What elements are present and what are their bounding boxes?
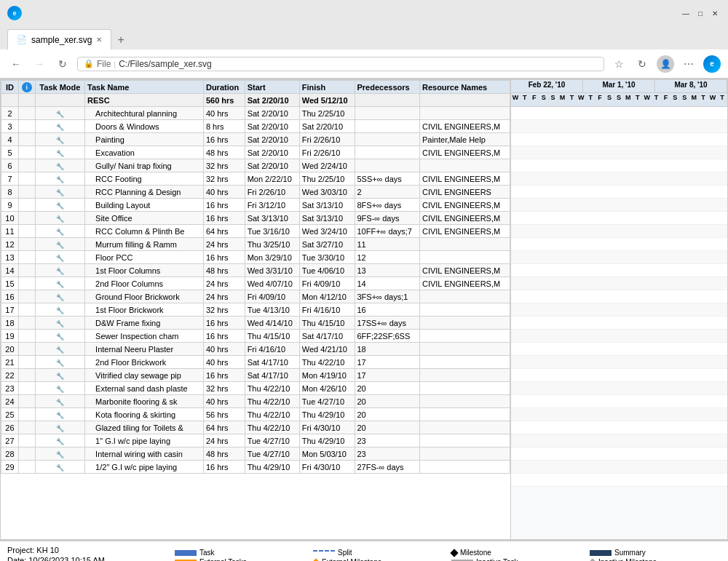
gantt-day-label: S: [549, 93, 558, 106]
col-header-info: i: [18, 81, 35, 94]
close-button[interactable]: ✕: [709, 7, 721, 19]
gantt-day-label: T: [652, 93, 662, 106]
active-tab[interactable]: 📄 sample_xer.svg ✕: [7, 29, 111, 49]
legend-milestone: Milestone: [451, 549, 582, 557]
cell-duration: 24 hrs: [203, 277, 245, 290]
cell-duration: 16 hrs: [203, 212, 245, 225]
cell-duration: 24 hrs: [203, 238, 245, 251]
table-row: 7 🔧 RCC Footing 32 hrs Mon 2/22/10 Thu 2…: [1, 172, 510, 186]
table-row: 23 🔧 External sand dash plaste 32 hrs Th…: [1, 382, 510, 395]
gantt-day-label: T: [567, 93, 577, 106]
cell-taskname: RCC Planning & Design: [85, 186, 204, 199]
cell-info: [18, 159, 35, 172]
cell-id: 24: [1, 395, 19, 408]
gantt-day-label: W: [643, 93, 652, 106]
cell-taskname: Site Office: [85, 212, 204, 225]
cell-mode: 🔧: [35, 369, 84, 382]
gantt-day-label: M: [689, 93, 699, 106]
gantt-row: [511, 317, 727, 330]
cell-id: 21: [1, 356, 19, 369]
gantt-day-label: S: [605, 93, 614, 106]
cell-duration: 24 hrs: [203, 290, 245, 303]
bookmark-icon[interactable]: ☆: [610, 55, 628, 73]
gantt-month-feb22: Feb 22, '10: [511, 80, 583, 92]
cell-id: 23: [1, 382, 19, 395]
gantt-day-label: F: [662, 93, 671, 106]
legend-external-milestone: External Milestone: [313, 558, 444, 561]
cell-resource: Painter,Male Help: [419, 133, 510, 146]
gantt-row: [511, 461, 727, 474]
cell-start: Wed 3/31/10: [245, 264, 299, 277]
address-separator: |: [114, 60, 116, 68]
cell-predecessors: [355, 94, 419, 107]
cell-predecessors: 27FS-∞ days: [355, 461, 419, 474]
cell-id: 17: [1, 303, 19, 317]
gantt-row: [511, 225, 727, 238]
gantt-day-label: F: [596, 93, 605, 106]
cell-finish: Fri 4/30/10: [299, 461, 355, 474]
gantt-day-label: M: [558, 93, 568, 106]
cell-resource: [419, 343, 510, 356]
cell-resource: [419, 238, 510, 251]
cell-mode: 🔧: [35, 251, 84, 264]
cell-id: 16: [1, 290, 19, 303]
new-tab-button[interactable]: +: [111, 31, 130, 49]
tab-close-button[interactable]: ✕: [96, 36, 102, 44]
cell-resource: [419, 290, 510, 303]
cell-resource: CIVIL ENGINEERS,M: [419, 277, 510, 290]
cell-finish: Fri 2/26/10: [299, 133, 355, 146]
cell-finish: Thu 4/29/10: [299, 434, 355, 447]
table-row: 5 🔧 Excavation 48 hrs Sat 2/20/10 Fri 2/…: [1, 146, 510, 159]
cell-taskname: Architechtural planning: [85, 107, 204, 120]
file-label: File: [97, 59, 111, 69]
nav-refresh-button[interactable]: ↻: [54, 55, 71, 73]
table-row: RESC 560 hrs Sat 2/20/10 Wed 5/12/10: [1, 94, 510, 107]
cell-taskname: 2nd Floor Brickwork: [85, 356, 204, 369]
cell-duration: 32 hrs: [203, 172, 245, 186]
gantt-header: Feb 22, '10 Mar 1, '10 Mar 8, '10 WTFSSM…: [511, 80, 727, 107]
cell-start: Sat 2/20/10: [245, 159, 299, 172]
cell-mode: 🔧: [35, 408, 84, 421]
cell-resource: [419, 447, 510, 461]
legend-task: Task: [175, 549, 306, 557]
cell-predecessors: 9FS-∞ days: [355, 212, 419, 225]
cell-id: 6: [1, 159, 19, 172]
cell-start: Sat 3/13/10: [245, 212, 299, 225]
more-icon[interactable]: ⋯: [680, 55, 697, 73]
col-header-finish: Finish: [299, 81, 355, 94]
cell-taskname: Excavation: [85, 146, 204, 159]
gantt-row: [511, 447, 727, 461]
address-input[interactable]: [119, 59, 598, 69]
main-content: ID i Task Mode Task Name Duration Start …: [0, 79, 728, 540]
gantt-row: [511, 264, 727, 277]
maximize-button[interactable]: □: [695, 7, 706, 19]
table-row: 15 🔧 2nd Floor Columns 24 hrs Wed 4/07/1…: [1, 277, 510, 290]
cell-duration: 40 hrs: [203, 395, 245, 408]
nav-back-button[interactable]: ←: [7, 55, 25, 73]
cell-mode: 🔧: [35, 225, 84, 238]
cell-duration: 560 hrs: [203, 94, 245, 107]
cell-duration: 32 hrs: [203, 159, 245, 172]
cell-start: Wed 4/07/10: [245, 277, 299, 290]
refresh-icon[interactable]: ↻: [633, 55, 651, 73]
gantt-day-label: W: [577, 93, 586, 106]
nav-forward-button[interactable]: →: [31, 55, 48, 73]
cell-taskname: External sand dash plaste: [85, 382, 204, 395]
gantt-day-label: S: [614, 93, 624, 106]
cell-id: 20: [1, 343, 19, 356]
cell-finish: Fri 4/16/10: [299, 303, 355, 317]
table-row: 18 🔧 D&W Frame fixing 16 hrs Wed 4/14/10…: [1, 317, 510, 330]
minimize-button[interactable]: —: [680, 7, 692, 19]
cell-start: Sat 4/17/10: [245, 369, 299, 382]
cell-finish: Fri 4/09/10: [299, 277, 355, 290]
cell-predecessors: 13: [355, 264, 419, 277]
cell-start: Mon 2/22/10: [245, 172, 299, 186]
cell-mode: 🔧: [35, 395, 84, 408]
cell-info: [18, 225, 35, 238]
cell-start: Sat 2/20/10: [245, 146, 299, 159]
cell-mode: 🔧: [35, 421, 84, 434]
cell-resource: [419, 317, 510, 330]
legend-milestone-diamond: [450, 549, 458, 557]
cell-start: Tue 4/27/10: [245, 447, 299, 461]
profile-icon[interactable]: 👤: [657, 55, 674, 73]
